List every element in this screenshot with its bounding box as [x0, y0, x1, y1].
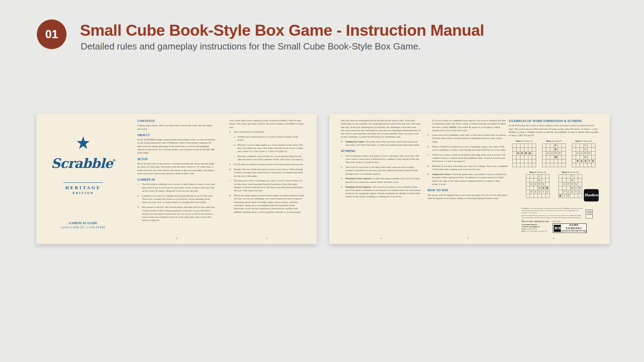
page-number: 3: [229, 237, 304, 240]
booklet-spread-right: Any play may be challenged before the ne…: [329, 114, 610, 244]
ws-game-company-logo: WS GAME COMPANY WWW.WSGAMECOMPANY.COM: [553, 223, 587, 233]
list-text: Premium Letter Squares: A light blue squ…: [345, 177, 421, 184]
turn-grid: FAHORNM: [542, 144, 566, 167]
list-letter: c.: [234, 155, 237, 162]
list-text: BINGO! If you play seven tiles on a turn…: [432, 165, 508, 171]
how-to-win-body: The player with the highest final score …: [427, 194, 508, 200]
list-number: 9.: [427, 173, 432, 186]
list-number: 7.: [427, 153, 432, 163]
sub-list-item: a. Adding one or more letters to a word …: [234, 135, 304, 142]
edition-label: EDITION: [36, 191, 130, 195]
turn-example-2: Turn 2: Score 9 FAHORNM: [540, 139, 567, 167]
list-item: 5. Letter and word premiums count only o…: [427, 134, 508, 144]
heritage-label: HERITAGE: [36, 185, 130, 191]
ws-company-name: GAME COMPANY: [562, 223, 586, 230]
list-number: 2.: [341, 166, 345, 176]
list-text: When two or more words are formed in the…: [432, 153, 508, 163]
page-3: rows, those must form complete words, cr…: [229, 119, 304, 244]
sub-list-item: b. Placing a word at right angles to a w…: [234, 144, 304, 153]
list-text: Complete your turn by counting and annou…: [142, 194, 216, 204]
turn-label: Turn 3: Score 25: [570, 139, 597, 142]
product-codes: N-0124 63501: [551, 221, 561, 222]
section-heading-object: OBJECT: [137, 133, 216, 137]
list-text: Placing a complete word parallel to a wo…: [237, 155, 304, 162]
list-text: The first player combines two or more of…: [142, 183, 216, 193]
star-icon: [76, 136, 90, 149]
list-number: 3.: [341, 177, 345, 184]
list-item: 1. The scorekeeper tallies each player’s…: [341, 154, 421, 164]
setup-body: Place all letter tiles in the pouch, or …: [137, 162, 216, 175]
turn-label: Turn 2: Score 9: [540, 139, 567, 142]
list-text: Premium Word Squares: The score for an e…: [345, 186, 421, 199]
page-number: 6: [509, 237, 599, 240]
list-text: You may use a turn to exchange all, some…: [234, 179, 304, 192]
continuation-paragraph: Any play may be challenged before the ne…: [341, 119, 421, 139]
divider-line: [63, 182, 103, 183]
page-5: If a word covers two premium word square…: [427, 119, 508, 244]
list-text: When a blank tile is played on a red or …: [432, 145, 508, 152]
step-number-badge: 01: [37, 19, 67, 49]
ages-players-label: AGES 8 AND UP | 2-4 PLAYERS: [36, 226, 130, 229]
list-number: 1.: [137, 183, 142, 193]
list-number: 5.: [229, 163, 234, 166]
turn-grid: FAHORNMOBPASTE: [526, 174, 550, 198]
list-text: Before the game begins, players should a…: [234, 194, 304, 214]
ws-website: WWW.WSGAMECOMPANY.COM: [562, 230, 586, 233]
object-body: In the SCRABBLE game, players form inter…: [137, 138, 216, 154]
ws-monogram-icon: WS: [554, 225, 561, 232]
list-item: 4. New words may be formed by:: [229, 130, 304, 134]
turn-grid: FAHORNMPASTE: [572, 144, 596, 167]
list-number: 2.: [137, 194, 142, 204]
list-text: No tile may be shifted or replaced after…: [234, 163, 304, 166]
list-item: 3. Premium Letter Squares: A light blue …: [341, 177, 421, 184]
turn-example-1: Turn 1: Score 14 HORN: [511, 139, 537, 167]
list-item: 9. Ending the Game: The game ends when a…: [341, 140, 421, 147]
list-number: 4.: [341, 186, 345, 199]
list-item: 8. BINGO! If you play seven tiles on a t…: [427, 165, 508, 171]
list-text: The scorekeeper tallies each player’s sc…: [345, 154, 421, 164]
list-text: Letter and word premiums count only on t…: [432, 134, 508, 144]
page-6: EXAMPLES OF WORD FORMATION & SCORING In …: [509, 119, 599, 244]
continuation-paragraph: rows, those must form complete words, cr…: [229, 119, 304, 129]
page-2: CONTENTS Folding game board, 100 wood le…: [137, 119, 216, 244]
registered-mark: ®: [113, 159, 115, 162]
list-number: 6.: [427, 145, 432, 152]
turn-examples-row-1: Turn 1: Score 14 HORN Turn 2: Score 9 FA…: [509, 139, 599, 167]
cover-page: Scrabble® HERITAGE EDITION GAMEPLAY GUID…: [36, 114, 130, 244]
list-text: Blanks: The two blank tiles may be used …: [234, 168, 304, 178]
list-item: 6. When a blank tile is played on a red …: [427, 145, 508, 152]
list-item: 4. Premium Word Squares: The score for a…: [341, 186, 421, 199]
booklet-spread-left: Scrabble® HERITAGE EDITION GAMEPLAY GUID…: [36, 114, 317, 244]
list-number: 6.: [229, 168, 234, 178]
list-text: Play passes to the left. The second play…: [142, 206, 216, 222]
list-number: 8.: [427, 165, 432, 171]
list-item: 6. Blanks: The two blank tiles may be us…: [229, 168, 304, 178]
turn-label: Turn 5: Score 16: [557, 170, 583, 174]
section-heading-setup: SETUP: [137, 157, 216, 161]
list-text: Unplayed Letters: When the game ends, ea…: [432, 173, 508, 186]
section-heading-gameplay: GAMEPLAY: [137, 178, 216, 182]
list-letter: b.: [234, 144, 237, 153]
continuation-paragraph: If a word covers two premium word square…: [432, 119, 508, 132]
contents-body: Folding game board, 100 wood letter tile…: [137, 124, 216, 131]
list-item: 8. Before the game begins, players shoul…: [229, 194, 304, 214]
list-text: New words may be formed by:: [234, 130, 304, 134]
page-4: Any play may be challenged before the ne…: [341, 119, 421, 244]
gameplay-guide-label: GAMEPLAY GUIDE: [36, 222, 130, 225]
list-item: 5. No tile may be shifted or replaced af…: [229, 163, 304, 166]
list-item: 2. The score for each turn is the sum of…: [341, 166, 421, 176]
list-item: 7. When two or more words are formed in …: [427, 153, 508, 163]
section-heading-examples: EXAMPLES OF WORD FORMATION & SCORING: [509, 119, 599, 123]
made-in-line: MADE IN CHINA. FABRIQUÉ EN CHINE.N-0124 …: [522, 221, 584, 223]
page-title: Small Cube Book-Style Box Game - Instruc…: [80, 21, 484, 40]
section-heading-scoring: SCORING: [341, 149, 421, 153]
section-heading-contents: CONTENTS: [137, 119, 216, 123]
turn-example-5: Turn 5: Score 16 FAHORNMOBPASTEBIT: [557, 170, 583, 198]
hasbro-logo: Hasbro: [584, 189, 599, 202]
page-number: 4: [341, 237, 421, 240]
scrabble-logo: Scrabble®: [36, 156, 130, 171]
list-number: 1.: [341, 154, 345, 164]
list-text: The score for each turn is the sum of th…: [345, 166, 421, 176]
list-number: 3.: [137, 206, 142, 222]
list-number: 7.: [229, 179, 234, 192]
